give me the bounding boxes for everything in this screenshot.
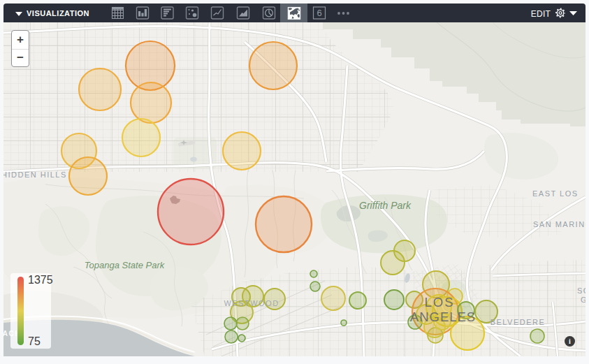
- svg-text:Griffith Park: Griffith Park: [359, 200, 412, 211]
- svg-text:BELVEDERE: BELVEDERE: [490, 318, 546, 326]
- svg-text:WESTWOOD: WESTWOOD: [224, 299, 279, 307]
- svg-text:EAST LOS: EAST LOS: [532, 189, 579, 198]
- svg-text:GA: GA: [581, 296, 586, 304]
- svg-text:Topanga State Park: Topanga State Park: [85, 260, 166, 270]
- svg-text:SAN MARINO: SAN MARINO: [533, 220, 586, 228]
- svg-text:ANGELES: ANGELES: [410, 310, 476, 324]
- svg-text:HIDDEN HILLS: HIDDEN HILLS: [3, 170, 67, 179]
- svg-text:6: 6: [317, 8, 321, 18]
- svg-text:SOU: SOU: [577, 286, 586, 295]
- svg-text:LOS: LOS: [424, 295, 454, 310]
